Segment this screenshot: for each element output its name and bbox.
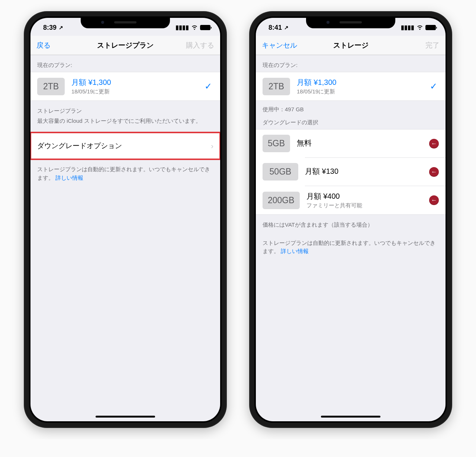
current-plan-header: 現在のプラン:: [30, 55, 220, 72]
arrow-left-icon: ←: [429, 167, 439, 177]
battery-icon: [425, 25, 436, 30]
done-button[interactable]: 完了: [369, 41, 440, 50]
phone-right: 8:41 ↗ ▮▮▮▮ キャンセル ストレージ 完了 現在のプラン:: [249, 11, 452, 428]
battery-icon: [200, 25, 210, 30]
notch: [81, 16, 170, 28]
downgrade-option-200gb[interactable]: 200GB 月額 ¥400 ファミリーと共有可能 ←: [256, 186, 446, 214]
home-indicator[interactable]: [321, 416, 380, 418]
option-price: 無料: [297, 138, 429, 148]
signal-icon: ▮▮▮▮: [401, 25, 414, 31]
option-size-badge: 50GB: [263, 163, 298, 180]
nav-bar: キャンセル ストレージ 完了: [256, 36, 446, 55]
arrow-left-icon: ←: [429, 139, 439, 148]
downgrade-option-5gb[interactable]: 5GB 無料 ←: [256, 130, 446, 157]
check-icon: ✓: [430, 81, 439, 92]
location-icon: ↗: [284, 25, 289, 31]
downgrade-option-50gb[interactable]: 50GB 月額 ¥130 ←: [256, 158, 446, 186]
option-size-badge: 5GB: [263, 135, 290, 152]
option-price: 月額 ¥130: [305, 166, 429, 176]
back-button[interactable]: 戻る: [36, 41, 97, 50]
nav-bar: 戻る ストレージプラン 購入する: [30, 36, 220, 55]
plan-price: 月額 ¥1,300: [71, 77, 205, 87]
purchase-button[interactable]: 購入する: [154, 41, 214, 50]
page-title: ストレージプラン: [97, 41, 154, 50]
screen-right: 8:41 ↗ ▮▮▮▮ キャンセル ストレージ 完了 現在のプラン:: [256, 18, 446, 421]
arrow-left-icon: ←: [429, 195, 439, 205]
plan-size-badge: 2TB: [37, 78, 65, 95]
home-indicator[interactable]: [96, 416, 155, 418]
wifi-icon: [416, 25, 423, 31]
more-info-link[interactable]: 詳しい情報: [281, 248, 309, 254]
phone-left: 8:39 ↗ ▮▮▮▮ 戻る ストレージプラン 購入する 現在のプラン:: [24, 11, 227, 428]
plan-price: 月額 ¥1,300: [297, 77, 430, 87]
notch: [306, 16, 395, 28]
more-info-link[interactable]: 詳しい情報: [55, 175, 83, 181]
page-title: ストレージ: [333, 41, 369, 50]
vat-note: 価格にはVATが含まれます（該当する場合）: [256, 215, 446, 237]
storage-plan-label: ストレージプラン: [37, 107, 213, 117]
current-plan-cell: 2TB 月額 ¥1,300 18/05/19に更新 ✓: [256, 72, 446, 101]
location-icon: ↗: [59, 25, 63, 31]
status-time: 8:41: [268, 24, 282, 32]
downgrade-header: ダウングレードの選択: [256, 116, 446, 129]
usage-text: 使用中：497 GB: [256, 101, 446, 116]
storage-desc: 最大容量の iCloud ストレージをすでにご利用いただいています。: [37, 118, 201, 124]
plan-renew-date: 18/05/19に更新: [71, 88, 205, 95]
check-icon: ✓: [205, 81, 213, 92]
current-plan-header: 現在のプラン:: [256, 55, 446, 72]
signal-icon: ▮▮▮▮: [176, 25, 189, 31]
current-plan-cell: 2TB 月額 ¥1,300 18/05/19に更新 ✓: [30, 72, 220, 101]
chevron-right-icon: ›: [211, 142, 213, 150]
status-time: 8:39: [43, 24, 57, 32]
downgrade-option-label: ダウングレードオプション: [37, 141, 122, 151]
wifi-icon: [191, 25, 198, 31]
option-size-badge: 200GB: [263, 192, 300, 209]
option-price: 月額 ¥400: [306, 191, 429, 201]
downgrade-option-row[interactable]: ダウングレードオプション ›: [30, 132, 220, 159]
screen-left: 8:39 ↗ ▮▮▮▮ 戻る ストレージプラン 購入する 現在のプラン:: [30, 18, 220, 421]
option-sub: ファミリーと共有可能: [306, 202, 429, 209]
plan-renew-date: 18/05/19に更新: [297, 88, 430, 95]
cancel-button[interactable]: キャンセル: [262, 41, 333, 50]
plan-size-badge: 2TB: [263, 78, 290, 95]
